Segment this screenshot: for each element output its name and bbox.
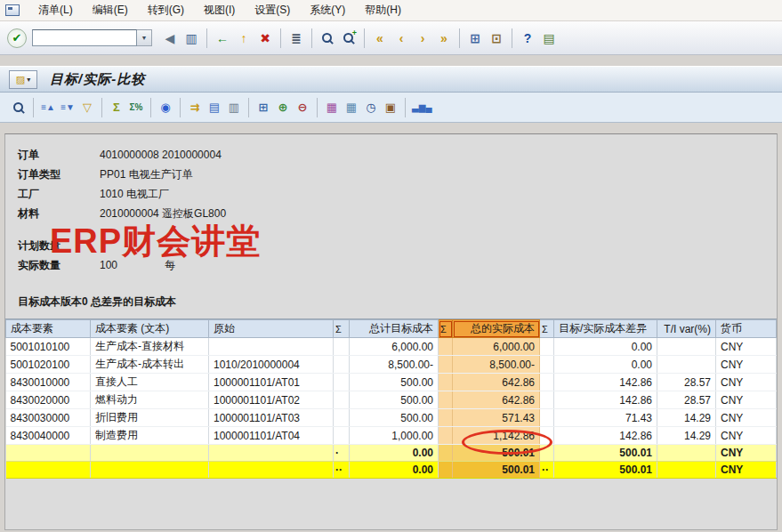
grid-view-icon[interactable]: ⊞ [254, 98, 273, 117]
table-row[interactable]: 8430030000 折旧费用 1000001101/AT03 500.00 5… [6, 409, 777, 427]
table-row[interactable]: 5001020100 生产成本-成本转出 1010/2010000004 8,5… [6, 356, 777, 374]
cell-sigma[interactable] [540, 427, 554, 445]
cell-currency[interactable]: CNY [716, 427, 777, 445]
table-row[interactable]: 5001010100 生产成本-直接材料 6,000.00 6,000.00 0… [6, 338, 777, 356]
chart-icon[interactable]: ▃▆▄ [410, 98, 433, 117]
first-page-icon[interactable]: « [369, 28, 391, 49]
menu-item-goto[interactable]: 转到(G) [138, 0, 194, 20]
cell-sigma[interactable] [334, 409, 350, 427]
cell-target-cost[interactable]: 500.00 [350, 374, 439, 391]
cell-sigma[interactable] [439, 338, 453, 356]
cell-sigma[interactable] [334, 356, 350, 374]
cell-cost-element-text[interactable]: 直接人工 [91, 374, 209, 391]
menu-item-view[interactable]: 视图(I) [194, 0, 245, 20]
cell-actual-cost[interactable]: 6,000.00 [453, 338, 540, 356]
cell-cost-element[interactable] [6, 462, 91, 479]
cell-sigma[interactable] [540, 374, 554, 391]
cell-target-cost[interactable]: 500.00 [350, 391, 439, 409]
cell-sigma[interactable] [334, 374, 350, 391]
cell-cost-element-text[interactable]: 燃料动力 [91, 391, 209, 409]
last-page-icon[interactable]: » [433, 28, 455, 49]
cell-cost-element-text[interactable]: 生产成本-直接材料 [91, 338, 209, 356]
sort-descending-icon[interactable]: ≡▼ [58, 98, 77, 117]
cell-ti-var[interactable]: 14.29 [657, 427, 716, 445]
filter-icon[interactable]: ▽ [77, 98, 97, 117]
cell-cost-element[interactable]: 5001010100 [6, 338, 91, 356]
cell-origin[interactable]: 1000001101/AT04 [209, 427, 334, 445]
cell-ti-var[interactable] [657, 462, 716, 479]
previous-page-icon[interactable]: ‹ [391, 28, 412, 49]
command-field-collapse-icon[interactable]: ◀ [159, 28, 181, 49]
column-header-sigma-variance[interactable]: Σ [540, 320, 554, 338]
menu-item-help[interactable]: 帮助(H) [355, 0, 411, 20]
cell-cost-element-text[interactable]: 生产成本-成本转出 [91, 356, 209, 374]
cell-origin[interactable]: 1000001101/AT03 [209, 409, 334, 427]
cell-cost-element-text[interactable] [91, 445, 209, 462]
cell-cost-element[interactable] [6, 445, 91, 462]
cell-variance[interactable]: 142.86 [554, 391, 657, 409]
cell-ti-var[interactable]: 14.29 [657, 409, 716, 427]
cell-sigma[interactable] [334, 338, 350, 356]
column-header-sigma-actual[interactable]: Σ [439, 320, 453, 338]
cell-total-marker[interactable]: ·· [334, 462, 350, 479]
cell-sigma[interactable] [540, 338, 554, 356]
percentage-icon[interactable]: Σ% [126, 98, 146, 117]
cell-target-cost[interactable]: 6,000.00 [350, 338, 439, 356]
cell-actual-cost[interactable]: 642.86 [453, 391, 540, 409]
cell-variance[interactable]: 0.00 [554, 356, 657, 374]
cell-currency[interactable]: CNY [716, 374, 777, 391]
find-icon[interactable] [317, 28, 338, 49]
sort-ascending-icon[interactable]: ≡▲ [38, 98, 58, 117]
subtotal-row[interactable]: · 0.00 500.01 500.01 CNY [6, 445, 777, 462]
calendar-icon[interactable]: ▣ [381, 98, 400, 117]
cell-cost-element[interactable]: 8430030000 [6, 409, 91, 427]
cell-variance[interactable]: 142.86 [554, 374, 657, 391]
clipboard-icon[interactable]: ▥ [224, 98, 244, 117]
find-next-icon[interactable]: + [338, 28, 359, 49]
column-header-variance[interactable]: 目标/实际成本差异 [554, 320, 657, 338]
cell-variance[interactable]: 0.00 [554, 338, 657, 356]
menu-item-edit[interactable]: 编辑(E) [83, 0, 138, 20]
clock-icon[interactable]: ◷ [361, 98, 381, 117]
cell-variance[interactable]: 500.01 [554, 462, 657, 479]
cell-sigma[interactable] [334, 427, 350, 445]
cell-sigma[interactable] [439, 427, 453, 445]
cell-currency[interactable]: CNY [716, 409, 777, 427]
cell-target-cost[interactable]: 1,000.00 [350, 427, 439, 445]
table-row[interactable]: 8430040000 制造费用 1000001101/AT04 1,000.00… [6, 427, 777, 445]
cell-sigma[interactable] [439, 391, 453, 409]
cell-currency[interactable]: CNY [716, 356, 777, 374]
cell-sigma[interactable] [540, 445, 554, 462]
create-shortcut-icon[interactable]: ⊡ [486, 28, 507, 49]
menu-item-settings[interactable]: 设置(S) [245, 0, 300, 20]
command-field[interactable] [32, 29, 137, 46]
cell-origin[interactable]: 1000001101/AT02 [209, 391, 334, 409]
cell-sigma[interactable] [540, 356, 554, 374]
cell-sigma[interactable] [334, 391, 350, 409]
detail-icon[interactable] [9, 98, 28, 117]
cell-ti-var[interactable]: 28.57 [657, 374, 716, 391]
print-icon[interactable]: ≣ [286, 28, 307, 49]
cell-origin[interactable]: 1010/2010000004 [209, 356, 334, 374]
cell-target-cost[interactable]: 8,500.00- [350, 356, 439, 374]
cell-ti-var[interactable] [657, 445, 716, 462]
cell-actual-cost[interactable]: 500.01 [453, 445, 540, 462]
cell-variance[interactable]: 142.86 [554, 427, 657, 445]
remove-column-icon[interactable]: ⊖ [293, 98, 312, 117]
exit-icon[interactable]: ↑ [233, 28, 254, 49]
next-page-icon[interactable]: › [412, 28, 433, 49]
cell-subtotal-marker[interactable]: · [334, 445, 350, 462]
cell-currency[interactable]: CNY [716, 338, 777, 356]
cell-actual-cost[interactable]: 500.01 [453, 462, 540, 479]
column-header-cost-element[interactable]: 成本要素 [6, 320, 91, 338]
cell-origin[interactable] [209, 445, 334, 462]
grand-total-row[interactable]: ·· 0.00 500.01 ·· 500.01 CNY [6, 462, 777, 479]
word-processing-icon[interactable]: ▤ [205, 98, 224, 117]
detail-view-icon[interactable]: ◉ [156, 98, 175, 117]
cell-total-marker[interactable]: ·· [540, 462, 554, 479]
command-field-dropdown-icon[interactable]: ▼ [137, 29, 152, 46]
cell-sigma[interactable] [439, 462, 453, 479]
layout-icon[interactable]: ▦ [322, 98, 342, 117]
cell-target-cost[interactable]: 500.00 [350, 409, 439, 427]
help-icon[interactable]: ? [517, 28, 538, 49]
